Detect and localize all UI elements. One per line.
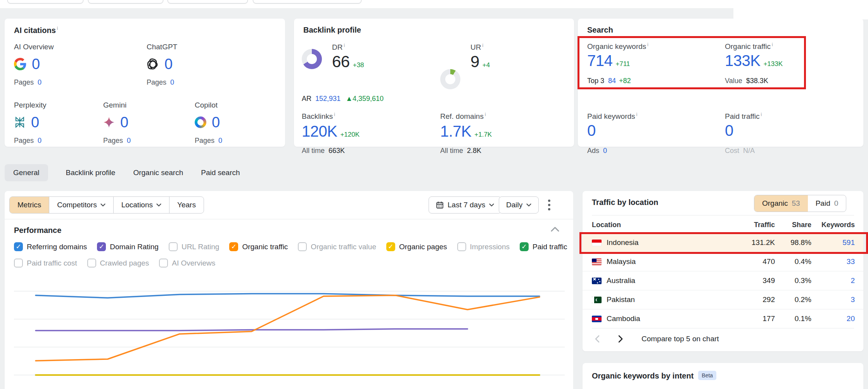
organic-traffic-value[interactable]: 133K bbox=[725, 52, 760, 69]
organic-keywords-value[interactable]: 714 bbox=[587, 52, 612, 69]
locations-dropdown[interactable]: Locations bbox=[113, 197, 169, 213]
paid-keywords-value[interactable]: 0 bbox=[587, 122, 596, 139]
keywords-link[interactable]: 33 bbox=[811, 257, 855, 266]
checkbox-paid-traffic[interactable]: Paid traffic bbox=[520, 242, 567, 251]
backlinks-alltime: All time 663K bbox=[302, 147, 345, 155]
chart-line-referring-domains bbox=[36, 294, 539, 298]
paid-traffic-label: Paid traffici bbox=[725, 112, 762, 121]
organic-keywords-label: Organic keywordsi bbox=[587, 42, 648, 51]
cost-line: Cost N/A bbox=[725, 147, 755, 155]
paid-traffic-value[interactable]: 0 bbox=[725, 122, 733, 139]
dr-donut-chart bbox=[302, 49, 322, 69]
performance-legend-row-1: Referring domains Domain Rating URL Rati… bbox=[14, 242, 567, 251]
tab-backlink-profile[interactable]: Backlink profile bbox=[66, 168, 116, 177]
keywords-by-intent-title: Organic keywords by intent bbox=[592, 372, 693, 380]
top-bar-right bbox=[733, 0, 868, 19]
ai-citations-title: AI citationsi bbox=[14, 26, 58, 35]
date-range-dropdown[interactable]: Last 7 days bbox=[429, 196, 501, 214]
checkbox-impressions[interactable]: Impressions bbox=[457, 242, 510, 251]
organic-keywords-value-row: 714+711 bbox=[587, 53, 630, 68]
checkbox-paid-traffic-cost[interactable]: Paid traffic cost bbox=[14, 259, 77, 267]
perplexity-count[interactable]: 0 bbox=[31, 115, 39, 130]
performance-legend-row-2: Paid traffic cost Crawled pages AI Overv… bbox=[14, 259, 215, 267]
location-table-header: Location Traffic Share Keywords bbox=[583, 217, 863, 232]
collapse-chevron-up-icon[interactable] bbox=[551, 227, 559, 232]
years-button[interactable]: Years bbox=[169, 197, 204, 213]
table-row-malaysia[interactable]: Malaysia 470 0.4% 33 bbox=[583, 252, 863, 271]
chatgpt-pages: Pages 0 bbox=[147, 78, 177, 87]
copilot-count[interactable]: 0 bbox=[212, 115, 220, 130]
domain-input[interactable] bbox=[7, 0, 83, 3]
checkbox-icon bbox=[14, 259, 23, 267]
checkbox-icon bbox=[520, 242, 529, 251]
checkbox-organic-traffic[interactable]: Organic traffic bbox=[229, 242, 288, 251]
toggle-paid[interactable]: Paid0 bbox=[808, 195, 846, 212]
toggle-organic[interactable]: Organic53 bbox=[754, 195, 808, 212]
backlinks-value[interactable]: 120K bbox=[302, 123, 337, 140]
table-row-australia[interactable]: Australia 349 0.3% 2 bbox=[583, 271, 863, 290]
chevron-down-icon bbox=[526, 203, 531, 207]
compare-top5-link[interactable]: Compare top 5 on chart bbox=[641, 335, 719, 343]
table-row-indonesia[interactable]: Indonesia 131.2K 98.8% 591 bbox=[583, 233, 863, 252]
ur-donut-chart bbox=[440, 69, 460, 89]
checkbox-organic-traffic-value[interactable]: Organic traffic value bbox=[298, 242, 376, 251]
next-page-arrow-icon[interactable] bbox=[614, 333, 626, 345]
copilot-pages: Pages 0 bbox=[195, 137, 222, 145]
traffic-by-location-title: Traffic by location bbox=[592, 198, 658, 207]
metrics-button[interactable]: Metrics bbox=[10, 197, 49, 213]
checkbox-icon bbox=[87, 259, 96, 267]
tab-paid-search[interactable]: Paid search bbox=[201, 168, 240, 177]
paid-keywords-value-row: 0 bbox=[587, 123, 596, 138]
checkbox-icon bbox=[159, 259, 168, 267]
checkbox-ai-overviews[interactable]: AI Overviews bbox=[159, 259, 215, 267]
copilot-icon bbox=[195, 116, 206, 128]
checkbox-organic-pages[interactable]: Organic pages bbox=[386, 242, 447, 251]
keywords-link[interactable]: 20 bbox=[811, 314, 855, 323]
ref-domains-alltime: All time 2.8K bbox=[440, 147, 481, 155]
australia-flag bbox=[592, 278, 602, 284]
traffic-by-location-card: Traffic by location Organic53 Paid0 Loca… bbox=[583, 191, 863, 351]
tab-general[interactable]: General bbox=[5, 164, 48, 181]
tab-organic-search[interactable]: Organic search bbox=[133, 168, 183, 177]
kebab-menu-icon[interactable] bbox=[548, 199, 551, 211]
keywords-link[interactable]: 3 bbox=[811, 295, 855, 304]
ref-domains-label: Ref. domainsi bbox=[440, 112, 486, 121]
chatgpt-icon bbox=[147, 58, 159, 70]
ur-value-row: 9+4 bbox=[470, 54, 490, 70]
checkbox-crawled-pages[interactable]: Crawled pages bbox=[87, 259, 149, 267]
ads-line: Ads 0 bbox=[587, 147, 607, 155]
keywords-link[interactable]: 591 bbox=[811, 238, 855, 247]
ai-overview-pages: Pages 0 bbox=[14, 78, 54, 87]
backlink-profile-card: Backlink profile DRi 66+38 AR 152,931 ▲4… bbox=[294, 19, 574, 147]
checkbox-url-rating[interactable]: URL Rating bbox=[169, 242, 220, 251]
ref-domains-value[interactable]: 1.7K bbox=[440, 123, 471, 140]
checkbox-referring-domains[interactable]: Referring domains bbox=[14, 242, 87, 251]
granularity-dropdown[interactable]: Daily bbox=[499, 196, 539, 214]
cambodia-flag bbox=[592, 316, 602, 322]
domain-input[interactable] bbox=[253, 0, 361, 3]
gemini-count[interactable]: 0 bbox=[120, 115, 128, 130]
checkbox-icon bbox=[14, 242, 23, 251]
checkbox-domain-rating[interactable]: Domain Rating bbox=[97, 242, 159, 251]
gemini-icon bbox=[103, 116, 115, 128]
paid-keywords-label: Paid keywordsi bbox=[587, 112, 637, 121]
ur-value: 9 bbox=[470, 52, 479, 71]
divider bbox=[592, 328, 854, 328]
backlinks-label: Backlinksi bbox=[302, 112, 335, 121]
chatgpt-count[interactable]: 0 bbox=[164, 57, 173, 71]
table-row-cambodia[interactable]: Cambodia 177 0.1% 20 bbox=[583, 309, 863, 328]
competitors-dropdown[interactable]: Competitors bbox=[49, 197, 113, 213]
ai-overview-count[interactable]: 0 bbox=[32, 57, 40, 71]
chevron-down-icon bbox=[489, 203, 494, 207]
paid-traffic-value-row: 0 bbox=[725, 123, 733, 138]
table-row-pakistan[interactable]: Pakistan 292 0.2% 3 bbox=[583, 290, 863, 309]
google-icon bbox=[14, 58, 26, 70]
performance-line-chart[interactable] bbox=[5, 272, 573, 389]
domain-input[interactable] bbox=[88, 0, 163, 3]
traffic-value-line: Value $38.3K bbox=[725, 77, 768, 85]
chart-line-domain-rating bbox=[36, 329, 467, 330]
domain-input[interactable] bbox=[168, 0, 248, 3]
divider bbox=[592, 215, 854, 215]
keywords-link[interactable]: 2 bbox=[811, 276, 855, 285]
prev-page-arrow-icon[interactable] bbox=[592, 333, 603, 345]
